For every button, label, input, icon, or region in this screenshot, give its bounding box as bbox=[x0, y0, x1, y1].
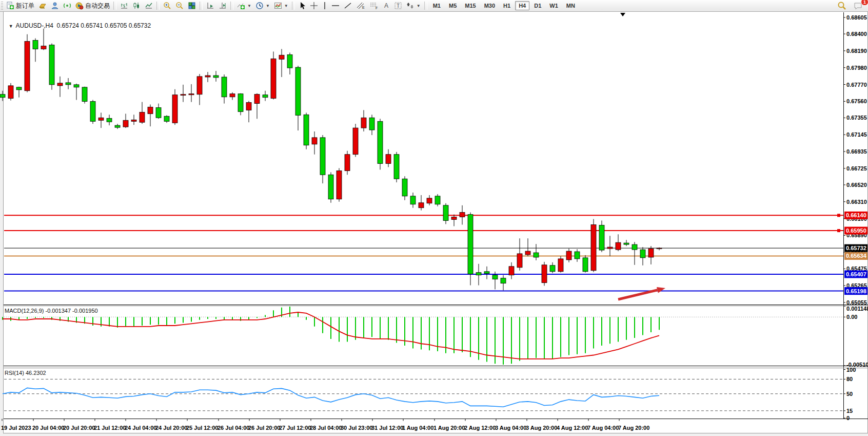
signals-button[interactable] bbox=[61, 1, 73, 11]
hline-tool-button[interactable] bbox=[329, 1, 342, 11]
candle-body-down bbox=[640, 250, 645, 258]
chart-canvas[interactable]: 0.686050.684000.681900.679800.677700.675… bbox=[0, 0, 868, 436]
candle-body-up bbox=[131, 120, 136, 121]
autotrade-button[interactable]: 自动交易 bbox=[73, 1, 112, 11]
candle-body-down bbox=[369, 118, 374, 130]
line-chart-icon bbox=[145, 2, 153, 10]
chevron-down-icon: ▼ bbox=[247, 4, 251, 8]
search-button[interactable] bbox=[835, 1, 849, 11]
arrows-tool-button[interactable]: ▼ bbox=[404, 1, 423, 11]
candle-body-down bbox=[435, 196, 440, 204]
periods-button[interactable]: ▼ bbox=[253, 1, 272, 11]
svg-text:T: T bbox=[397, 3, 400, 9]
time-tick-label: 24 Jul 04:00 bbox=[125, 425, 156, 431]
timeframe-button-m5[interactable]: M5 bbox=[445, 1, 460, 10]
timeframe-button-m1[interactable]: M1 bbox=[429, 1, 444, 10]
market-watch-button[interactable] bbox=[36, 1, 49, 11]
crosshair-tool-button[interactable] bbox=[308, 1, 320, 11]
price-tick-label: 0.68190 bbox=[846, 48, 867, 54]
chart-shift-button[interactable] bbox=[216, 1, 229, 11]
toolbar-right-group: 1 bbox=[835, 0, 865, 11]
main-toolbar: 新订单 自动交易 bbox=[0, 0, 868, 12]
candle-chart-mode-button[interactable] bbox=[130, 1, 143, 11]
timeframe-group: M1M5M15M30H1H4D1W1MN bbox=[429, 1, 579, 10]
notifications-button[interactable]: 1 bbox=[852, 1, 865, 11]
zoom-in-icon bbox=[163, 2, 171, 10]
auto-scroll-button[interactable] bbox=[204, 1, 216, 11]
fibonacci-tool-button[interactable]: F bbox=[367, 1, 381, 11]
time-tick-label: 7 Aug 04:00 bbox=[587, 425, 619, 431]
channel-tool-button[interactable]: E bbox=[354, 1, 367, 11]
line-handle[interactable] bbox=[837, 229, 840, 232]
timeframe-button-w1[interactable]: W1 bbox=[546, 1, 562, 10]
candle-body-up bbox=[517, 254, 522, 268]
tile-windows-button[interactable] bbox=[186, 1, 198, 11]
timeframe-button-h1[interactable]: H1 bbox=[500, 1, 514, 10]
text-label-icon: T bbox=[394, 2, 402, 10]
rsi-axis-label: 100 bbox=[846, 367, 856, 373]
candle-body-up bbox=[361, 118, 366, 128]
timeframe-button-m15[interactable]: M15 bbox=[461, 1, 479, 10]
price-label-text: 0.65634 bbox=[846, 253, 867, 259]
candle-body-down bbox=[287, 54, 292, 68]
price-label-current-price: 0.65732 bbox=[844, 244, 867, 252]
tile-windows-icon bbox=[188, 2, 196, 10]
price-label-text: 0.65407 bbox=[846, 271, 866, 277]
templates-button[interactable]: ▼ bbox=[272, 1, 290, 11]
candle-body-up bbox=[205, 75, 210, 77]
new-order-button[interactable]: 新订单 bbox=[4, 1, 36, 11]
candle-body-up bbox=[98, 118, 104, 120]
cursor-tool-button[interactable] bbox=[297, 1, 308, 11]
toolbar-grip bbox=[1, 2, 3, 10]
candle-body-down bbox=[33, 41, 38, 49]
candle-body-up bbox=[312, 138, 317, 144]
macd-axis-label: 0.00 bbox=[846, 314, 857, 320]
svg-text:F: F bbox=[376, 6, 378, 10]
candle-body-up bbox=[616, 242, 621, 250]
search-icon bbox=[837, 1, 846, 10]
price-tick-label: 0.66935 bbox=[846, 148, 867, 155]
candle-body-down bbox=[501, 278, 506, 283]
timeframe-button-m30[interactable]: M30 bbox=[481, 1, 499, 10]
candle-body-down bbox=[304, 115, 309, 145]
clock-icon bbox=[255, 2, 264, 10]
candle-body-down bbox=[624, 243, 629, 244]
accounts-button[interactable] bbox=[49, 1, 61, 11]
timeframe-button-mn[interactable]: MN bbox=[563, 1, 579, 10]
equidistant-channel-icon: E bbox=[356, 2, 365, 10]
line-handle[interactable] bbox=[837, 214, 840, 217]
vline-tool-button[interactable] bbox=[320, 1, 329, 11]
notification-badge: 1 bbox=[861, 0, 868, 6]
zoom-in-button[interactable] bbox=[161, 1, 173, 11]
trendline-tool-button[interactable] bbox=[342, 1, 354, 11]
candle-body-up bbox=[542, 265, 547, 283]
candle-body-down bbox=[213, 75, 219, 78]
collapse-triangle-icon[interactable]: ▼ bbox=[9, 24, 13, 29]
add-indicator-icon bbox=[237, 2, 245, 10]
candle-body-up bbox=[566, 251, 571, 260]
time-tick-label: 21 Jul 12:00 bbox=[94, 425, 126, 431]
candle-body-up bbox=[427, 198, 432, 203]
candle-body-down bbox=[238, 94, 243, 112]
candle-body-up bbox=[41, 46, 46, 49]
timeframe-button-h4[interactable]: H4 bbox=[515, 1, 529, 10]
candle-body-down bbox=[74, 85, 79, 87]
cursor-arrow-icon bbox=[299, 2, 306, 10]
candle-body-down bbox=[583, 258, 588, 272]
separator bbox=[156, 2, 160, 10]
signal-icon bbox=[63, 2, 71, 10]
line-chart-mode-button[interactable] bbox=[143, 1, 155, 11]
price-tick-label: 0.67770 bbox=[846, 82, 867, 88]
candle-body-up bbox=[648, 249, 654, 257]
indicators-button[interactable]: ▼ bbox=[235, 1, 253, 11]
bar-chart-mode-button[interactable] bbox=[118, 1, 130, 11]
text-tool-button[interactable]: A bbox=[381, 1, 392, 11]
price-label-text: 0.65950 bbox=[846, 228, 866, 234]
candle-body-down bbox=[66, 83, 71, 85]
zoom-out-button[interactable] bbox=[173, 1, 186, 11]
timeframe-button-d1[interactable]: D1 bbox=[530, 1, 545, 10]
label-tool-button[interactable]: T bbox=[392, 1, 404, 11]
candle-body-down bbox=[156, 108, 161, 118]
chart-symbol-timeframe: AUDUSD-,H4 bbox=[16, 22, 53, 29]
vertical-line-icon bbox=[322, 2, 327, 10]
